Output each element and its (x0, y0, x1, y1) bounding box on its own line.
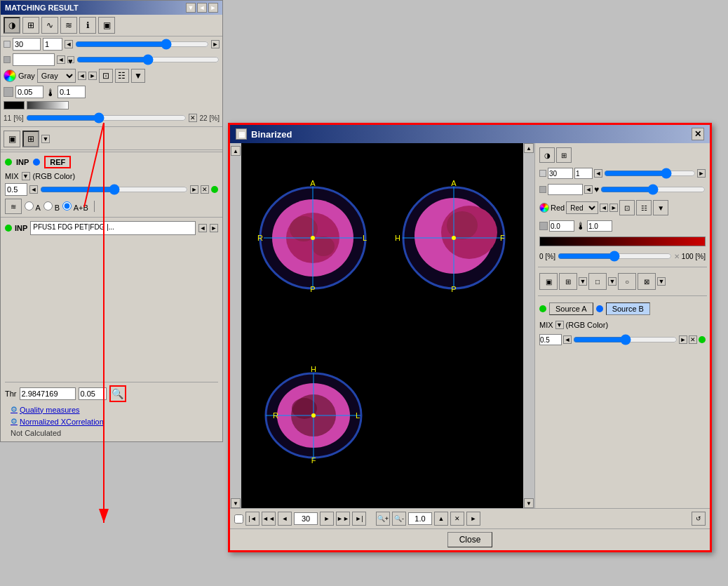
rp-num2[interactable]: 1 (574, 168, 593, 179)
rp-col-btn1[interactable]: ⊡ (619, 200, 635, 215)
scroll-down[interactable]: ▼ (231, 498, 241, 508)
ctrl-zoom-x[interactable]: ✕ (450, 512, 464, 526)
left-mix-left[interactable]: ◄ (29, 185, 38, 194)
rp-btn3[interactable]: □ (588, 273, 607, 290)
left-file-prev[interactable]: ◄ (198, 224, 207, 232)
left-arrow-left1[interactable]: ◄ (65, 40, 73, 48)
ctrl-prev-btn[interactable]: ◄◄ (262, 512, 276, 526)
left-ref-btn[interactable]: REF (44, 156, 71, 168)
rp-thresh2[interactable]: 1.0 (587, 220, 612, 232)
curve-tool-btn[interactable]: ∿ (41, 17, 58, 34)
left-display-btn2[interactable]: ⊞ (22, 131, 39, 147)
rp-pct-x[interactable]: ✕ (674, 253, 680, 260)
ctrl-next-btn[interactable]: ►► (336, 512, 350, 526)
rp-btn2[interactable]: ⊞ (559, 273, 577, 290)
rp-col-btn3[interactable]: ▼ (653, 200, 668, 215)
left-color-btn1[interactable]: ⊡ (99, 69, 113, 83)
left-color-prev[interactable]: ◄ (78, 72, 86, 80)
titlebar-prev-btn[interactable]: ◄ (197, 3, 207, 13)
left-color-next[interactable]: ► (88, 72, 97, 80)
left-mix-num[interactable]: 0.5 (5, 183, 27, 196)
rp-slider1[interactable] (604, 168, 696, 179)
ctrl-step-fwd-btn[interactable]: ► (320, 512, 334, 526)
left-color-btn2[interactable]: ☷ (115, 69, 129, 83)
titlebar-next-btn[interactable]: ► (208, 3, 218, 13)
rp-btn4[interactable]: ○ (618, 273, 636, 290)
rp-arr-l2[interactable]: ◄ (584, 185, 593, 194)
ctrl-zoom-out-btn[interactable]: 🔍- (392, 512, 406, 526)
rp-color-select[interactable]: Red Gray (566, 201, 598, 214)
ctrl-frame-input[interactable]: 30 (294, 512, 318, 525)
left-color-btn3[interactable]: ▼ (131, 69, 145, 83)
rp-grid-btn[interactable]: ⊞ (556, 147, 572, 163)
dialog-checkbox[interactable] (234, 514, 243, 524)
ctrl-step-back-btn[interactable]: ◄ (278, 512, 292, 526)
left-thresh-input2[interactable]: 0.1 (58, 86, 86, 98)
dialog-close-btn[interactable]: ✕ (692, 128, 704, 140)
left-num-input2[interactable]: 1 (43, 38, 62, 51)
left-arrow-right1[interactable]: ► (211, 40, 220, 48)
left-radio-ab[interactable] (62, 201, 72, 211)
left-file-next[interactable]: ► (210, 224, 218, 232)
ctrl-first-btn[interactable]: |◄ (245, 512, 259, 526)
left-radio-b[interactable] (43, 201, 53, 211)
left-mix-right[interactable]: ► (190, 185, 198, 194)
rp-col-prev[interactable]: ◄ (600, 204, 608, 212)
left-normalized-link[interactable]: ⚙ Normalized XCorrelation (5, 415, 218, 427)
left-thr-input1[interactable]: 2.9847169 (20, 387, 76, 400)
rp-contrast-btn[interactable]: ◑ (539, 147, 555, 163)
ctrl-last-btn[interactable]: ►| (352, 512, 366, 526)
rp-btn5-arrow[interactable]: ▼ (657, 277, 666, 286)
save-tool-btn[interactable]: ▣ (98, 17, 115, 34)
rp-btn5[interactable]: ⊠ (638, 273, 656, 290)
ctrl-zoom-in-btn[interactable]: 🔍+ (376, 512, 390, 526)
rp-num3[interactable] (548, 184, 583, 195)
rp-slider2[interactable] (600, 184, 706, 195)
rp-source-a-btn[interactable]: Source A (549, 302, 593, 315)
rp-mix-num[interactable]: 0.5 (539, 334, 562, 345)
contrast-tool-btn[interactable]: ◑ (4, 17, 20, 34)
ctrl-zoom-input[interactable]: 1.0 (408, 512, 432, 525)
ctrl-refresh-btn[interactable]: ↺ (692, 512, 706, 526)
right-scroll-down[interactable]: ▼ (524, 498, 534, 508)
left-mix-x[interactable]: ✕ (201, 185, 209, 194)
rp-col-next[interactable]: ► (609, 204, 618, 212)
scroll-up[interactable]: ▲ (231, 146, 241, 156)
ctrl-zoom-up[interactable]: ▲ (434, 512, 448, 526)
left-wave-btn[interactable]: ≋ (5, 199, 22, 214)
rp-btn2-arrow[interactable]: ▼ (579, 277, 587, 286)
left-mix-slider[interactable] (40, 184, 188, 195)
info-tool-btn[interactable]: ℹ (79, 17, 96, 34)
rp-arr-l1[interactable]: ◄ (594, 169, 602, 178)
rp-btn3-arrow[interactable]: ▼ (608, 277, 616, 286)
rp-num1[interactable]: 30 (548, 168, 573, 179)
right-scroll-up[interactable]: ▲ (524, 143, 534, 153)
rp-mix-arrow[interactable]: ▼ (555, 321, 564, 329)
left-thresh-input1[interactable]: 0.05 (15, 86, 43, 98)
rp-source-b-btn[interactable]: Source B (606, 302, 650, 315)
left-thr-input2[interactable]: 0.05 (79, 387, 107, 400)
left-display-arrow[interactable]: ▼ (41, 135, 50, 143)
rp-mix-r[interactable]: ► (679, 335, 687, 344)
rp-mix-x[interactable]: ✕ (689, 335, 697, 344)
left-percent-slider[interactable] (26, 112, 187, 124)
titlebar-menu-btn[interactable]: ▼ (186, 3, 196, 13)
left-radio-a[interactable] (25, 201, 34, 211)
rp-pct-slider[interactable] (558, 251, 672, 262)
left-mix-arrow[interactable]: ▼ (22, 172, 30, 180)
rp-thresh1[interactable]: 0.0 (549, 220, 574, 232)
rp-mix-slider[interactable] (573, 334, 678, 345)
rp-btn1[interactable]: ▣ (539, 273, 558, 290)
left-quality-link[interactable]: ⚙ Quality measures (5, 404, 218, 415)
left-color-select[interactable]: Gray Red Green (37, 69, 76, 83)
left-magnify-btn[interactable]: 🔍 (109, 385, 126, 402)
rp-mix-l[interactable]: ◄ (563, 335, 572, 344)
left-num-input1[interactable]: 30 (13, 38, 41, 51)
left-slider1[interactable] (75, 39, 209, 49)
wave-tool-btn[interactable]: ≋ (60, 17, 77, 34)
left-percent-x[interactable]: ✕ (189, 114, 197, 122)
dialog-close-footer-btn[interactable]: Close (447, 532, 493, 547)
left-arrow-left2[interactable]: ◄ (57, 55, 65, 64)
left-num-input3[interactable] (13, 53, 55, 66)
left-slider2[interactable] (76, 55, 220, 65)
